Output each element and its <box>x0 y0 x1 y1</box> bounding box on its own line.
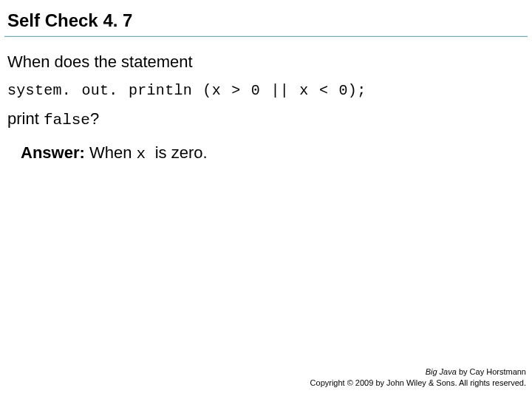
footer-copyright: Copyright © 2009 by John Wiley & Sons. A… <box>310 378 526 389</box>
question-suffix-post: ? <box>90 109 99 128</box>
question-suffix: print false? <box>7 109 522 129</box>
slide: { "title": "Self Check 4. 7", "body": { … <box>0 0 532 399</box>
question-prefix: When does the statement <box>7 49 522 75</box>
question-suffix-pre: print <box>7 109 44 128</box>
footer-byline: by Cay Horstmann <box>457 367 526 376</box>
answer-line: Answer: When x is zero. <box>21 143 522 163</box>
answer-post: is zero. <box>155 143 208 162</box>
body: When does the statement system. out. pri… <box>0 37 532 163</box>
title-block: Self Check 4. 7 <box>0 0 532 31</box>
answer-label: Answer: <box>21 143 85 162</box>
footer-book-title: Big Java <box>426 367 457 376</box>
footer-line1: Big Java by Cay Horstmann <box>310 366 526 378</box>
code-line: system. out. println (x > 0 || x < 0); <box>7 82 522 99</box>
page-title: Self Check 4. 7 <box>7 10 525 31</box>
question-suffix-mono: false <box>44 112 90 129</box>
answer-mono: x <box>137 146 155 163</box>
footer: Big Java by Cay Horstmann Copyright © 20… <box>310 366 526 389</box>
answer-pre: When <box>85 143 137 162</box>
